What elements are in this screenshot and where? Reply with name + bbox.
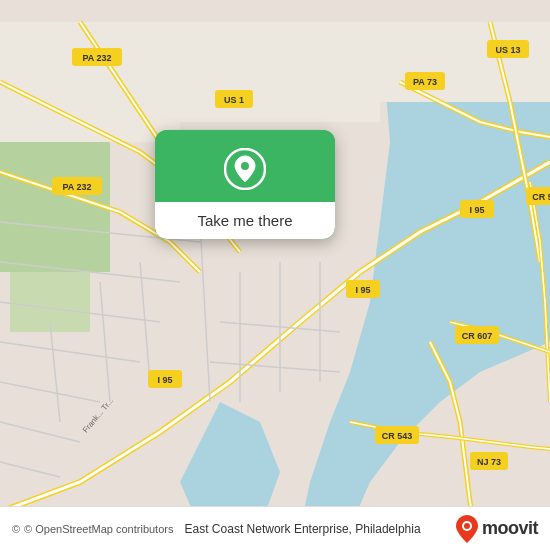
svg-text:NJ 73: NJ 73: [477, 457, 501, 467]
svg-text:I 95: I 95: [355, 285, 370, 295]
take-me-there-button[interactable]: Take me there: [155, 202, 335, 239]
svg-text:CR 607: CR 607: [462, 331, 493, 341]
svg-text:US 1: US 1: [224, 95, 244, 105]
svg-rect-5: [380, 22, 550, 102]
svg-text:CR 543: CR 543: [382, 431, 413, 441]
popup-icon-area: [155, 130, 335, 202]
svg-rect-1: [0, 142, 110, 272]
copyright-icon: ©: [12, 523, 20, 535]
map-background: PA 232 PA 232 US 1 US 13 PA 73 I 95 I 95…: [0, 0, 550, 550]
map-container: PA 232 PA 232 US 1 US 13 PA 73 I 95 I 95…: [0, 0, 550, 550]
location-label: East Coast Network Enterprise, Philadelp…: [185, 522, 421, 536]
location-popup: Take me there: [155, 130, 335, 239]
location-pin-icon: [224, 148, 266, 190]
svg-text:US 13: US 13: [495, 45, 520, 55]
svg-point-48: [241, 162, 249, 170]
moovit-logo: moovit: [456, 515, 538, 543]
bottom-bar-info: © © OpenStreetMap contributors East Coas…: [12, 522, 421, 536]
svg-rect-4: [180, 22, 380, 122]
svg-point-50: [464, 523, 470, 529]
copyright-text: © OpenStreetMap contributors: [24, 523, 173, 535]
svg-text:I 95: I 95: [469, 205, 484, 215]
svg-text:I 95: I 95: [157, 375, 172, 385]
svg-text:PA 232: PA 232: [62, 182, 91, 192]
svg-text:CR 54: CR 54: [532, 192, 550, 202]
svg-text:PA 232: PA 232: [82, 53, 111, 63]
bottom-bar: © © OpenStreetMap contributors East Coas…: [0, 506, 550, 550]
svg-text:PA 73: PA 73: [413, 77, 437, 87]
moovit-pin-icon: [456, 515, 478, 543]
moovit-text: moovit: [482, 518, 538, 539]
